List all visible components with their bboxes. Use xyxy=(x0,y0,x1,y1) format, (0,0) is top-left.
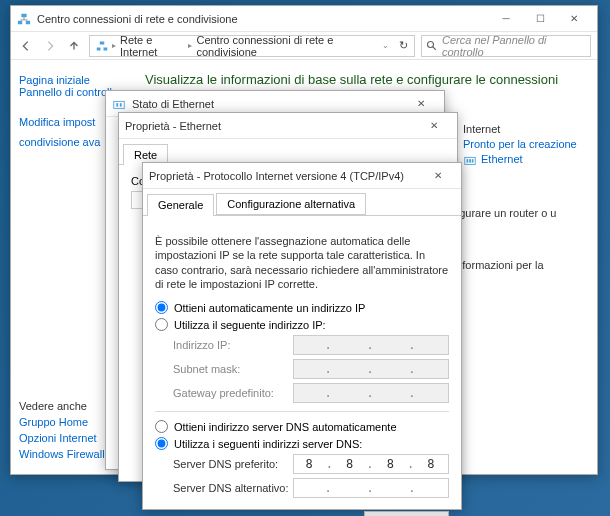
subnet-label: Subnet mask: xyxy=(173,363,293,375)
radio-dns-manual[interactable]: Utilizza i seguenti indirizzi server DNS… xyxy=(155,437,449,450)
dropdown-icon[interactable]: ⌄ xyxy=(382,41,389,50)
ip-address-label: Indirizzo IP: xyxy=(173,339,293,351)
svg-rect-4 xyxy=(104,47,108,50)
connection-link[interactable]: Ethernet xyxy=(481,153,523,167)
tab-config-alt[interactable]: Configurazione alternativa xyxy=(216,193,366,215)
svg-rect-5 xyxy=(100,41,105,44)
radio-dns-auto[interactable]: Ottieni indirizzo server DNS automaticam… xyxy=(155,420,449,433)
window-title: Stato di Ethernet xyxy=(132,98,214,110)
up-button[interactable] xyxy=(65,37,83,55)
window-title: Centro connessioni di rete e condivision… xyxy=(37,13,238,25)
tabstrip: Generale Configurazione alternativa xyxy=(143,193,461,216)
svg-rect-10 xyxy=(472,159,474,163)
access-type-value: Internet xyxy=(463,123,500,135)
gateway-field: ... xyxy=(293,383,449,403)
page-heading: Visualizza le informazioni di base sulla… xyxy=(145,72,583,87)
window-title: Proprietà - Protocollo Internet versione… xyxy=(149,170,404,182)
dns-alt-label: Server DNS alternativo: xyxy=(173,482,293,494)
maximize-button[interactable]: ☐ xyxy=(523,9,557,29)
close-button[interactable]: ✕ xyxy=(421,166,455,186)
titlebar: Proprietà - Ethernet ✕ xyxy=(119,113,457,139)
svg-rect-3 xyxy=(97,47,101,50)
titlebar: Centro connessioni di rete e condivision… xyxy=(11,6,597,32)
svg-rect-13 xyxy=(120,103,122,107)
breadcrumb[interactable]: ▸ Rete e Internet ▸ Centro connessioni d… xyxy=(89,35,415,57)
titlebar: Proprietà - Protocollo Internet versione… xyxy=(143,163,461,189)
close-button[interactable]: ✕ xyxy=(557,9,591,29)
radio-dns-auto-input[interactable] xyxy=(155,420,168,433)
window-title: Proprietà - Ethernet xyxy=(125,120,221,132)
search-placeholder: Cerca nel Pannello di controllo xyxy=(442,34,586,58)
breadcrumb-item[interactable]: Centro connessioni di rete e condivision… xyxy=(196,34,374,58)
advanced-button[interactable]: Avanzate... xyxy=(364,511,449,516)
homegroup-link[interactable]: Pronto per la creazione xyxy=(463,138,577,150)
breadcrumb-item[interactable]: Rete e Internet xyxy=(120,34,184,58)
svg-rect-1 xyxy=(26,20,30,24)
radio-dns-manual-input[interactable] xyxy=(155,437,168,450)
svg-point-6 xyxy=(428,41,434,47)
breadcrumb-icon xyxy=(96,40,108,52)
minimize-button[interactable]: ─ xyxy=(489,9,523,29)
svg-rect-8 xyxy=(467,159,469,163)
ip-address-field: ... xyxy=(293,335,449,355)
svg-rect-9 xyxy=(469,159,471,163)
close-button[interactable]: ✕ xyxy=(417,116,451,136)
dns-preferred-field[interactable]: 8. 8. 8. 8 xyxy=(293,454,449,474)
svg-rect-12 xyxy=(116,103,118,107)
address-bar: ▸ Rete e Internet ▸ Centro connessioni d… xyxy=(11,32,597,60)
dns-alt-field[interactable]: . . . xyxy=(293,478,449,498)
subnet-field: ... xyxy=(293,359,449,379)
radio-ip-manual-input[interactable] xyxy=(155,318,168,331)
back-button[interactable] xyxy=(17,37,35,55)
description-text: È possibile ottenere l'assegnazione auto… xyxy=(155,234,449,291)
svg-rect-11 xyxy=(114,101,125,108)
radio-ip-auto-input[interactable] xyxy=(155,301,168,314)
search-input[interactable]: Cerca nel Pannello di controllo xyxy=(421,35,591,57)
close-button[interactable]: ✕ xyxy=(404,94,438,114)
ipv4-properties-window: Proprietà - Protocollo Internet versione… xyxy=(142,162,462,510)
radio-ip-manual[interactable]: Utilizza il seguente indirizzo IP: xyxy=(155,318,449,331)
ethernet-icon xyxy=(463,153,477,167)
search-icon xyxy=(426,40,438,52)
dns-preferred-label: Server DNS preferito: xyxy=(173,458,293,470)
chevron-icon: ▸ xyxy=(112,41,116,50)
svg-rect-2 xyxy=(21,13,26,17)
network-icon xyxy=(17,12,31,26)
forward-button[interactable] xyxy=(41,37,59,55)
radio-ip-auto[interactable]: Ottieni automaticamente un indirizzo IP xyxy=(155,301,449,314)
ethernet-icon xyxy=(112,97,126,111)
svg-rect-0 xyxy=(18,20,22,24)
refresh-icon[interactable]: ↻ xyxy=(399,39,408,52)
gateway-label: Gateway predefinito: xyxy=(173,387,293,399)
tab-generale[interactable]: Generale xyxy=(147,194,214,216)
chevron-icon: ▸ xyxy=(188,41,192,50)
